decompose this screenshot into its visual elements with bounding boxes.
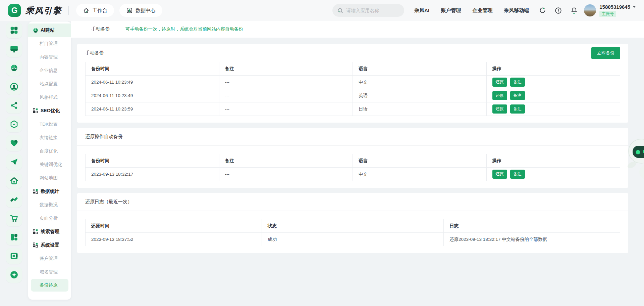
sidebar-item-关键词优化[interactable]: 关键词优化	[28, 158, 71, 171]
table-row: 2024-06-11 10:23:59---日语还原备注	[86, 102, 620, 116]
backup-table: 备份时间备注语言操作 2024-06-11 10:23:49---中文还原备注2…	[85, 62, 620, 116]
column-header: 状态	[262, 219, 444, 233]
sidebar-item-域名管理[interactable]: 域名管理	[28, 265, 71, 279]
alert-icon[interactable]	[554, 6, 562, 14]
sidebar-item-label: SEO优化	[41, 108, 60, 114]
table-header-row: 备份时间备注语言操作	[86, 154, 620, 168]
rail-contact-icon[interactable]	[6, 79, 22, 95]
divider	[68, 6, 69, 15]
hexagon-box-icon	[10, 120, 18, 129]
sidebar-item-label: 页面分析	[40, 215, 58, 221]
table-cell: ---	[219, 102, 353, 116]
search-input[interactable]	[346, 8, 396, 13]
rail-layout-blocks-icon[interactable]	[6, 229, 22, 245]
table-wrap: 备份时间备注语言操作 2023-09-13 18:32:17---中文还原备注	[85, 154, 620, 188]
datacenter-label: 数据中心	[136, 7, 156, 14]
table-row: 2023-09-13 18:32:17---中文还原备注	[86, 168, 620, 181]
rail-dashboard-icon[interactable]	[6, 22, 22, 38]
sidebar-item-label: 备份还原	[40, 282, 58, 288]
table-cell: 2024-06-11 10:23:59	[86, 102, 219, 116]
sidebar-item-内容管理[interactable]: 内容管理	[28, 50, 71, 64]
card-header: 还原操作自动备份	[77, 128, 628, 146]
sidebar-item-风格样式[interactable]: 风格样式	[28, 91, 71, 104]
pie-chart-icon	[33, 28, 38, 33]
sidebar-item-企业信息[interactable]: 企业信息	[28, 64, 71, 77]
table-cell: ---	[219, 76, 353, 89]
page-note: 可手动备份一次，还原时，系统会对当前网站内容自动备份	[125, 26, 243, 32]
sidebar-item-系统设置[interactable]: 系统设置	[28, 238, 71, 252]
rail-paper-plane-icon[interactable]	[6, 154, 22, 170]
rail-share-icon[interactable]	[6, 97, 22, 114]
remark-button[interactable]: 备注	[510, 104, 525, 114]
sidebar-item-数据概况[interactable]: 数据概况	[28, 198, 71, 212]
grid-section-icon	[33, 108, 38, 114]
restore-button[interactable]: 还原	[492, 170, 507, 179]
rail-ai-builder-icon[interactable]	[6, 60, 22, 76]
sidebar-item-label: 线索管理	[41, 229, 59, 235]
restore-button[interactable]: 还原	[492, 78, 507, 87]
restore-button[interactable]: 还原	[492, 104, 507, 114]
sidebar-item-SEO优化[interactable]: SEO优化	[28, 104, 71, 118]
bell-icon[interactable]	[570, 6, 578, 14]
rail-heart-icon[interactable]	[6, 135, 22, 151]
refresh-icon[interactable]	[538, 6, 546, 14]
avatar[interactable]	[584, 4, 596, 16]
bar-chart-icon	[126, 7, 133, 14]
nav-mobile[interactable]: 乘风移动端	[504, 7, 529, 14]
sidebar-item-栏目管理[interactable]: 栏目管理	[28, 37, 71, 50]
remark-button[interactable]: 备注	[510, 78, 525, 87]
backup-now-button[interactable]: 立即备份	[591, 47, 620, 59]
nav-enterprise-management[interactable]: 企业管理	[472, 7, 492, 14]
column-header: 操作	[486, 154, 620, 168]
main-content: 手动备份 立即备份 备份时间备注语言操作 2024-06-11 10:23:49…	[77, 44, 628, 258]
rail-slash-pills-icon[interactable]	[6, 191, 22, 208]
brand-logo-icon[interactable]: G	[8, 4, 21, 17]
rail-site-monitor-icon[interactable]	[6, 41, 22, 57]
datacenter-button[interactable]: 数据中心	[119, 4, 162, 17]
sidebar-item-label: 企业信息	[40, 68, 58, 74]
table-cell: 日语	[353, 102, 487, 116]
backup-card: 还原操作自动备份 备份时间备注语言操作 2023-09-13 18:32:17-…	[77, 128, 628, 188]
app-search[interactable]	[332, 4, 404, 17]
account-menu[interactable]: 15805319645 主账号	[584, 4, 636, 17]
layout-blocks-icon	[10, 233, 18, 242]
nav-chengfeng-ai[interactable]: 乘风AI	[414, 7, 429, 14]
sidebar-item-数据统计[interactable]: 数据统计	[28, 185, 71, 198]
sidebar-item-百度优化[interactable]: 百度优化	[28, 144, 71, 158]
share-icon	[10, 101, 18, 110]
sidebar-item-AI建站[interactable]: AI建站	[28, 24, 71, 37]
workspace-button[interactable]: 工作台	[76, 4, 114, 17]
nav-account-management[interactable]: 账户管理	[441, 7, 461, 14]
mascot-robot[interactable]	[625, 133, 644, 180]
sidebar-item-站点配置[interactable]: 站点配置	[28, 77, 71, 91]
remark-button[interactable]: 备注	[510, 91, 525, 100]
sidebar-item-账户管理[interactable]: 账户管理	[28, 252, 71, 265]
rail-hexagon-box-icon[interactable]	[6, 116, 22, 132]
sidebar-item-线索管理[interactable]: 线索管理	[28, 225, 71, 238]
sidebar-item-label: 网站地图	[40, 175, 58, 181]
rail-cart-icon[interactable]	[6, 210, 22, 226]
sidebar-item-备份还原[interactable]: 备份还原	[31, 279, 68, 292]
rail-home-icon[interactable]	[6, 173, 22, 189]
sidebar-item-TDK设置[interactable]: TDK设置	[28, 118, 71, 131]
table-cell: 英语	[353, 89, 487, 102]
rail-window-frame-icon[interactable]	[6, 248, 22, 264]
card-title: 手动备份	[85, 50, 104, 56]
table-cell: 成功	[262, 233, 444, 246]
account-badge: 主账号	[599, 11, 616, 17]
sidebar-item-友情链接[interactable]: 友情链接	[28, 131, 71, 144]
heart-icon	[10, 139, 18, 147]
chevron-down-icon[interactable]	[633, 6, 636, 8]
sidebar-item-网站地图[interactable]: 网站地图	[28, 171, 71, 185]
paper-plane-icon	[10, 158, 18, 166]
rail-sparkle-icon[interactable]	[6, 267, 22, 283]
column-header: 日志	[443, 219, 620, 233]
column-header: 还原时间	[86, 219, 262, 233]
sidebar-item-label: 账户管理	[40, 256, 58, 262]
page-title: 手动备份	[91, 26, 110, 32]
sparkle-icon	[10, 270, 18, 279]
restore-button[interactable]: 还原	[492, 91, 507, 100]
sidebar-item-页面分析[interactable]: 页面分析	[28, 212, 71, 225]
remark-button[interactable]: 备注	[510, 170, 525, 179]
table-wrap: 还原时间状态日志 2023-09-13 18:37:52成功还原2023-09-…	[85, 219, 620, 253]
